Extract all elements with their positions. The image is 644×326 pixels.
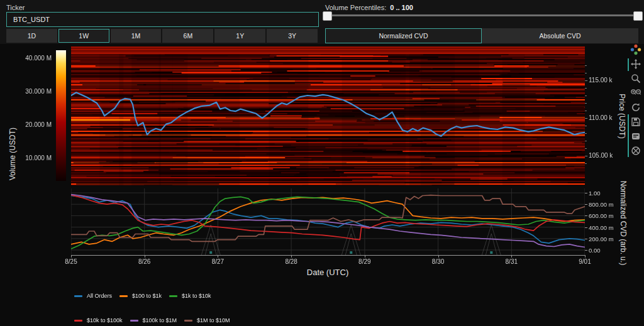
legend-dash xyxy=(74,295,82,297)
save-icon[interactable] xyxy=(630,116,641,128)
legend-dash xyxy=(169,295,177,297)
range-button-3y[interactable]: 3Y xyxy=(267,29,318,43)
normalized-cvd-button[interactable]: Normalized CVD xyxy=(325,28,482,43)
legend-label: All Orders xyxy=(87,293,112,299)
legend-dash xyxy=(119,295,128,297)
reset-axes-icon[interactable] xyxy=(630,102,641,113)
legend-label: $1k to $10k xyxy=(182,293,211,299)
cvd-line-chart xyxy=(71,188,585,255)
legend-item-1m-to-10m[interactable]: $1M to $10M xyxy=(184,317,230,323)
legend-label: $100k to $1M xyxy=(143,317,177,323)
legend-item-100k-to-1m[interactable]: $100k to $1M xyxy=(130,317,177,323)
range-button-1m[interactable]: 1M xyxy=(111,29,162,43)
normalized-cvd-plot[interactable] xyxy=(71,188,585,255)
range-button-6m[interactable]: 6M xyxy=(162,29,213,43)
legend-item-1k-to-10k[interactable]: $1k to $10k xyxy=(169,293,211,299)
legend-item-100-to-1k[interactable]: $100 to $1k xyxy=(119,293,162,299)
x-axis-line xyxy=(71,255,586,256)
legend-label: $100 to $1k xyxy=(132,293,162,299)
cvd-axis-title: Normalized CVD (arb. u.) xyxy=(619,181,628,266)
legend-label: $1M to $10M xyxy=(197,317,230,323)
reset-view-icon[interactable] xyxy=(630,145,641,156)
volume-colorbar xyxy=(56,50,66,181)
pan-icon[interactable] xyxy=(630,58,641,70)
modebar-group-bar xyxy=(628,58,629,71)
legend-item-10k-to-100k[interactable]: $10k to $100k xyxy=(74,317,123,323)
zoom-icon[interactable] xyxy=(630,73,641,84)
range-button-1w[interactable]: 1W xyxy=(58,29,109,43)
percentiles-label-text: Volume Percentiles: xyxy=(325,4,386,11)
range-selector: 1D 1W 1M 6M 1Y 3Y xyxy=(6,29,318,43)
legend-dash xyxy=(184,320,192,322)
plotly-logo[interactable] xyxy=(630,44,641,55)
percentiles-label: Volume Percentiles: 0 .. 100 xyxy=(325,4,413,11)
plotly-modebar xyxy=(630,44,643,160)
legend-item-all-orders[interactable]: All Orders xyxy=(74,293,112,299)
zoom-in-out-icon[interactable] xyxy=(630,87,641,99)
absolute-cvd-button[interactable]: Absolute CVD xyxy=(482,28,638,43)
legend-label: $10k to $100k xyxy=(87,317,123,323)
percentile-slider-handle-max[interactable] xyxy=(633,11,643,21)
price-axis-title: Price (USDT) xyxy=(618,94,626,138)
range-button-1y[interactable]: 1Y xyxy=(214,29,265,43)
ticker-input[interactable] xyxy=(6,12,319,27)
ticker-label: Ticker xyxy=(6,4,25,11)
legend-row-2: $10k to $100k $100k to $1M $1M to $10M xyxy=(74,317,230,323)
price-line-chart xyxy=(71,46,585,185)
legend-row-1: All Orders $100 to $1k $1k to $10k xyxy=(74,293,211,299)
percentile-slider-handle-min[interactable] xyxy=(323,11,332,21)
snapshot-icon[interactable] xyxy=(630,131,641,142)
percentiles-value: 0 .. 100 xyxy=(390,4,413,11)
legend-dash xyxy=(74,320,82,322)
range-button-1d[interactable]: 1D xyxy=(6,29,57,43)
date-axis-title: Date (UTC) xyxy=(290,268,365,277)
volume-heatmap-plot[interactable] xyxy=(71,46,585,185)
cvd-mode-selector: Normalized CVD Absolute CVD xyxy=(325,28,638,43)
percentile-slider-track[interactable] xyxy=(325,14,641,16)
modebar-group-bar xyxy=(628,114,629,157)
legend-dash xyxy=(130,320,138,322)
volume-axis-title: Volume (USDT) xyxy=(8,128,17,180)
